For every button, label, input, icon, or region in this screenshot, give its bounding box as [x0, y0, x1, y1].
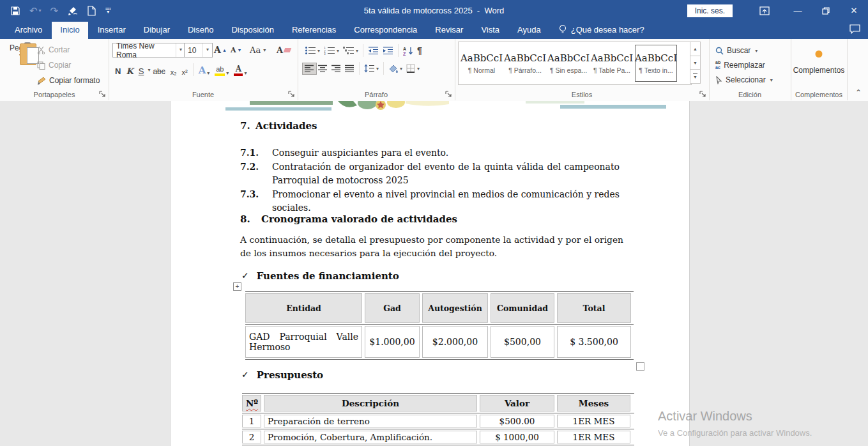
save-icon[interactable] — [10, 6, 20, 16]
tab-revisar[interactable]: Revisar — [427, 22, 471, 39]
letterhead-crest-logo — [334, 101, 449, 112]
subscript-button[interactable]: x₂ — [168, 62, 179, 77]
collapse-ribbon-icon[interactable]: ⌃ — [855, 88, 862, 97]
tab-insertar[interactable]: Insertar — [89, 22, 134, 39]
format-painter-button[interactable]: Copiar formato — [37, 75, 100, 86]
tab-dibujar[interactable]: Dibujar — [135, 22, 178, 39]
tab-referencias[interactable]: Referencias — [284, 22, 344, 39]
sort-button[interactable]: AZ — [401, 45, 415, 57]
borders-button[interactable]: ▾ — [404, 63, 422, 74]
table-cell[interactable]: 1 — [242, 415, 261, 427]
change-case-button[interactable]: Aa▾ — [248, 43, 268, 57]
bold-button[interactable]: N — [112, 62, 123, 77]
tab-vista[interactable]: Vista — [473, 22, 508, 39]
document-page[interactable]: 7. Actividades 7.1. Conseguir auspiciant… — [170, 101, 690, 446]
style-parrafo[interactable]: AaBbCcI ¶ Párrafo... — [505, 45, 545, 81]
font-name-select[interactable]: Times New Roma▾ — [112, 43, 186, 58]
paste-button[interactable]: Pegar ▾ — [5, 42, 34, 88]
italic-button[interactable]: K — [123, 62, 135, 77]
ink-tool-icon[interactable] — [67, 6, 79, 16]
shading-button[interactable]: ▾ — [386, 63, 404, 74]
tab-archivo[interactable]: Archivo — [6, 22, 50, 39]
table-header-cell[interactable]: Total — [557, 293, 631, 323]
undo-icon[interactable]: ↶▾ — [29, 5, 42, 17]
table-move-handle[interactable]: + — [233, 282, 241, 291]
table-header-cell[interactable]: Descripción — [264, 395, 477, 411]
table-cell[interactable]: $1.000,00 — [365, 326, 420, 358]
restore-button[interactable] — [812, 0, 840, 21]
underline-button[interactable]: S — [136, 62, 147, 77]
increase-indent-button[interactable] — [381, 45, 395, 56]
feedback-icon[interactable] — [849, 24, 860, 36]
styles-dialog-launcher-icon[interactable] — [699, 90, 706, 98]
style-sin-espaciado[interactable]: AaBbCcI ¶ Sin espa... — [548, 45, 589, 81]
table-cell[interactable]: 2 — [242, 431, 261, 443]
font-size-select[interactable]: 10▾ — [184, 43, 213, 58]
align-center-button[interactable] — [316, 63, 330, 74]
font-dialog-launcher-icon[interactable] — [287, 90, 295, 98]
style-texto-independiente[interactable]: AaBbCcI ¶ Texto in... — [635, 45, 677, 82]
table-cell[interactable]: Preparación de terreno — [264, 415, 477, 427]
bullet-list-button[interactable]: ▾ — [303, 45, 322, 56]
select-button[interactable]: Seleccionar▾ — [715, 73, 773, 86]
align-left-button[interactable] — [303, 63, 316, 74]
table-cell[interactable]: $500.00 — [480, 415, 554, 427]
justify-button[interactable] — [343, 63, 356, 74]
table-header-cell[interactable]: Autogestión — [422, 293, 488, 323]
show-paragraph-marks-button[interactable]: ¶ — [415, 44, 424, 57]
redo-icon[interactable]: ↷ — [50, 5, 59, 17]
font-color-button[interactable]: A▾ — [231, 62, 249, 77]
table-resize-handle[interactable] — [636, 362, 644, 371]
text-effects-button[interactable]: A▾ — [196, 62, 213, 77]
styles-more-icon[interactable]: ▼ — [690, 70, 701, 84]
table-header-cell[interactable]: Entidad — [245, 293, 362, 323]
styles-scroll-up-icon[interactable]: ▲ — [690, 42, 701, 56]
table-cell[interactable]: $ 1000,00 — [480, 431, 554, 443]
numbered-list-button[interactable]: 123▾ — [322, 45, 341, 56]
line-spacing-button[interactable]: ▾ — [362, 63, 381, 74]
clear-formatting-button[interactable]: A — [275, 43, 293, 57]
sign-in-button[interactable]: Inic. ses. — [687, 4, 733, 17]
highlight-button[interactable]: ab▾ — [212, 62, 231, 77]
table-cell[interactable]: 1ER MES — [557, 431, 630, 443]
ribbon-display-options-icon[interactable] — [750, 0, 779, 21]
style-table-paragraph[interactable]: AaBbCcI ¶ Table Pa... — [591, 45, 632, 81]
tell-me-box[interactable]: ¿Qué desea hacer? — [550, 21, 651, 39]
align-right-button[interactable] — [330, 63, 343, 74]
table-cell[interactable]: Promoción, Cobertura, Amplificación. — [264, 431, 477, 443]
clipboard-dialog-launcher-icon[interactable] — [98, 90, 106, 98]
find-button[interactable]: Buscar▾ — [715, 44, 758, 57]
decrease-indent-button[interactable] — [366, 45, 381, 56]
tab-correspondencia[interactable]: Correspondencia — [346, 22, 425, 39]
table-cell[interactable]: 1ER MES — [557, 415, 630, 427]
shrink-font-button[interactable]: A▼ — [229, 43, 243, 57]
cut-button[interactable]: Cortar — [37, 44, 100, 56]
tab-disposicion[interactable]: Disposición — [223, 22, 282, 39]
table-cell[interactable]: $ 3.500,00 — [557, 326, 631, 358]
table-header-cell[interactable]: Gad — [365, 293, 420, 323]
customize-qat-icon[interactable]: ≕▾ — [105, 7, 111, 14]
table-cell[interactable]: GAD Parroquial Valle Hermoso — [245, 326, 362, 358]
font-size-dropdown-icon[interactable]: ▾ — [202, 43, 212, 57]
new-document-icon[interactable] — [88, 6, 96, 16]
paragraph-dialog-launcher-icon[interactable] — [445, 90, 452, 98]
superscript-button[interactable]: x² — [179, 62, 190, 77]
strikethrough-button[interactable]: abc — [150, 62, 167, 77]
copy-button[interactable]: Copiar — [37, 59, 100, 71]
grow-font-button[interactable]: A▲ — [212, 43, 229, 57]
table-cell[interactable]: $500,00 — [491, 326, 554, 358]
style-normal[interactable]: AaBbCcI ¶ Normal — [461, 45, 502, 81]
styles-scroll-down-icon[interactable]: ▼ — [690, 56, 701, 70]
table-header-cell[interactable]: Meses — [557, 395, 630, 411]
close-button[interactable]: ✕ — [840, 0, 868, 21]
tab-inicio[interactable]: Inicio — [52, 22, 88, 39]
minimize-button[interactable]: — — [784, 0, 812, 21]
replace-button[interactable]: ab ac Reemplazar — [715, 59, 765, 72]
table-header-cell[interactable]: Valor — [480, 395, 554, 411]
tab-diseno[interactable]: Diseño — [179, 22, 222, 39]
multilevel-list-button[interactable]: ▾ — [341, 45, 360, 56]
table-header-cell[interactable]: Comunidad — [491, 293, 554, 323]
tab-ayuda[interactable]: Ayuda — [509, 22, 549, 39]
table-cell[interactable]: $2.000,00 — [422, 326, 488, 358]
table-header-cell[interactable]: Nº — [242, 395, 261, 411]
